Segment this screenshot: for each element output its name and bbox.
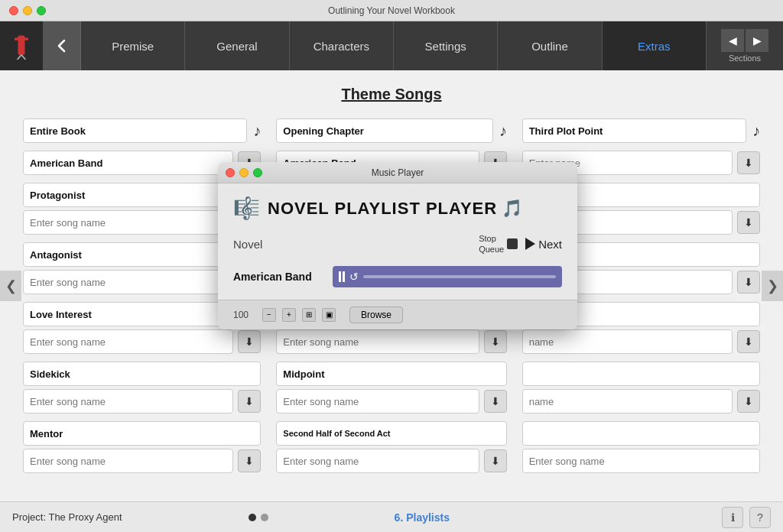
pause-button[interactable] (339, 271, 345, 282)
sections-prev-button[interactable]: ◀ (721, 29, 744, 52)
svg-line-3 (21, 55, 25, 60)
zoom-out-button[interactable]: − (262, 308, 276, 322)
toolbar: Premise General Characters Settings Outl… (0, 21, 783, 70)
nav-premise[interactable]: Premise (81, 21, 185, 70)
zoom-fill-button[interactable]: ▣ (322, 308, 336, 322)
nav-settings[interactable]: Settings (394, 21, 498, 70)
player-window-controls (226, 168, 262, 177)
stop-queue-label: StopQueue (479, 233, 504, 255)
pause-bar-1 (339, 271, 341, 282)
music-player-modal: Music Player 🎼 NOVEL PLAYLIST PLAYER 🎵 N… (218, 162, 577, 329)
player-title-text: NOVEL PLAYLIST PLAYER (268, 199, 497, 219)
modal-overlay: Music Player 🎼 NOVEL PLAYLIST PLAYER 🎵 N… (0, 70, 783, 501)
close-button[interactable] (9, 6, 18, 15)
next-button[interactable]: Next (525, 238, 562, 251)
player-note-icon: 🎵 (502, 199, 522, 219)
nav-outline[interactable]: Outline (498, 21, 602, 70)
sections-nav: ◀ ▶ Sections (707, 29, 783, 63)
zoom-in-button[interactable]: + (282, 308, 296, 322)
back-arrow-icon (54, 38, 70, 54)
player-track-row: American Band ↺ (233, 266, 562, 287)
stop-icon (507, 238, 518, 249)
sections-label: Sections (729, 54, 761, 63)
window-title: Outlining Your Novel Workbook (328, 5, 455, 16)
minimize-button[interactable] (23, 6, 32, 15)
player-close-button[interactable] (226, 168, 235, 177)
pause-bar-2 (343, 271, 345, 282)
next-label: Next (538, 238, 562, 251)
app-logo (0, 21, 43, 70)
project-label: Project: The Proxy Agent (12, 511, 122, 523)
page-dot-1[interactable] (249, 514, 256, 521)
track-progress-bar (363, 275, 556, 278)
browse-button[interactable]: Browse (349, 307, 403, 323)
player-maximize-button[interactable] (253, 168, 262, 177)
player-logo-icon: 🎼 (233, 196, 260, 221)
page-label: 6. Playlists (395, 511, 450, 524)
bottom-icons: ℹ ? (722, 507, 771, 528)
sections-next-button[interactable]: ▶ (746, 29, 768, 52)
track-name: American Band (233, 271, 325, 283)
stop-queue-button[interactable]: StopQueue (479, 233, 518, 255)
player-window-title: Music Player (372, 167, 424, 178)
reload-button[interactable]: ↺ (349, 271, 359, 283)
svg-line-2 (18, 55, 21, 60)
player-footer: 100 − + ⊞ ▣ Browse (218, 300, 577, 329)
info-button[interactable]: ℹ (722, 507, 743, 528)
main-nav: Premise General Characters Settings Outl… (81, 21, 707, 70)
zoom-level: 100 (233, 310, 256, 320)
player-button-group: StopQueue Next (479, 233, 562, 255)
player-header: 🎼 NOVEL PLAYLIST PLAYER 🎵 (233, 196, 562, 221)
svg-rect-1 (15, 37, 28, 41)
back-button[interactable] (43, 21, 81, 70)
bottom-bar: Project: The Proxy Agent 6. Playlists ℹ … (0, 501, 783, 532)
title-bar: Outlining Your Novel Workbook (0, 0, 783, 21)
track-controls: ↺ (333, 266, 562, 287)
window-controls (9, 6, 46, 15)
nav-characters[interactable]: Characters (290, 21, 394, 70)
main-content: Theme Songs ♪ ⬇ (0, 70, 783, 501)
nav-general[interactable]: General (185, 21, 289, 70)
page-indicator (122, 514, 395, 521)
maximize-button[interactable] (37, 6, 46, 15)
nav-extras[interactable]: Extras (603, 21, 707, 70)
player-controls: Novel StopQueue Next (233, 233, 562, 255)
page-dot-2[interactable] (261, 514, 268, 521)
help-button[interactable]: ? (749, 507, 771, 528)
logo-icon (8, 32, 35, 60)
player-title-bar: Music Player (218, 162, 577, 183)
novel-label: Novel (233, 238, 262, 251)
zoom-fit-button[interactable]: ⊞ (302, 308, 316, 322)
player-body: 🎼 NOVEL PLAYLIST PLAYER 🎵 Novel StopQueu… (218, 183, 577, 300)
player-minimize-button[interactable] (239, 168, 249, 177)
play-triangle-icon (525, 238, 535, 250)
